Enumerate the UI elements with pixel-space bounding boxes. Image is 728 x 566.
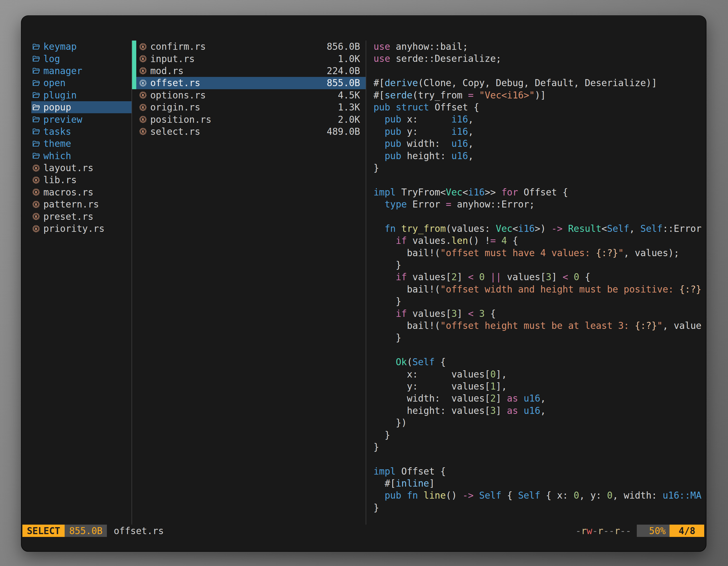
- sidebar-item-lib-rs[interactable]: Rlib.rs: [31, 174, 131, 186]
- code-line: height: values[3] as u16,: [374, 405, 706, 417]
- folder-icon: [32, 79, 40, 87]
- svg-text:R: R: [35, 215, 37, 219]
- svg-text:R: R: [35, 190, 37, 194]
- file-row-offset-rs[interactable]: Roffset.rs855.0B: [132, 77, 366, 89]
- rust-file-icon: R: [139, 43, 147, 51]
- panes-container: keymaplogmanageropenpluginpopuppreviewta…: [22, 16, 706, 525]
- code-line: [374, 210, 706, 222]
- sidebar-item-popup[interactable]: popup: [31, 101, 131, 113]
- folder-icon: [32, 127, 40, 136]
- sidebar-item-plugin[interactable]: plugin: [31, 89, 131, 101]
- folder-icon: [32, 55, 40, 63]
- sidebar-item-manager[interactable]: manager: [31, 65, 131, 77]
- file-size: 855.0B: [327, 78, 360, 88]
- sidebar-item-label: priority.rs: [43, 223, 105, 234]
- code-line: }: [374, 295, 706, 307]
- rust-file-icon: R: [32, 176, 40, 184]
- rust-file-icon: R: [139, 67, 147, 75]
- svg-text:R: R: [35, 166, 37, 170]
- sidebar-item-macros-rs[interactable]: Rmacros.rs: [31, 186, 131, 198]
- sidebar-item-log[interactable]: log: [31, 53, 131, 65]
- sidebar-item-theme[interactable]: theme: [31, 138, 131, 150]
- code-line: use anyhow::bail;: [374, 41, 706, 53]
- folder-icon: [32, 140, 40, 148]
- file-name: select.rs: [150, 126, 324, 137]
- parent-directory-pane: keymaplogmanageropenpluginpopuppreviewta…: [31, 41, 131, 525]
- rust-file-icon: R: [139, 103, 147, 112]
- cursor-position-badge: 4/8: [670, 525, 704, 537]
- sidebar-item-keymap[interactable]: keymap: [31, 41, 131, 53]
- selection-marker: [132, 41, 136, 53]
- sidebar-item-label: log: [43, 53, 60, 64]
- file-name: confirm.rs: [150, 41, 324, 52]
- code-line: Ok(Self {: [374, 356, 706, 368]
- sidebar-item-label: plugin: [43, 90, 77, 101]
- rust-file-icon: R: [32, 200, 40, 209]
- code-line: pub struct Offset {: [374, 101, 706, 113]
- sidebar-item-priority-rs[interactable]: Rpriority.rs: [31, 223, 131, 235]
- sidebar-item-label: macros.rs: [43, 187, 93, 198]
- sidebar-item-label: lib.rs: [43, 175, 77, 186]
- file-row-origin-rs[interactable]: Rorigin.rs1.3K: [132, 101, 366, 113]
- sidebar-item-open[interactable]: open: [31, 77, 131, 89]
- file-row-position-rs[interactable]: Rposition.rs2.0K: [132, 113, 366, 125]
- sidebar-item-pattern-rs[interactable]: Rpattern.rs: [31, 198, 131, 210]
- rust-file-icon: R: [32, 225, 40, 233]
- code-line: if values[3] < 3 {: [374, 307, 706, 319]
- code-line: [374, 344, 706, 356]
- file-row-confirm-rs[interactable]: Rconfirm.rs856.0B: [132, 41, 366, 53]
- permissions-text: -rw-r--r--: [576, 525, 631, 537]
- rust-file-icon: R: [139, 115, 147, 124]
- file-size: 856.0B: [327, 41, 360, 52]
- file-row-options-rs[interactable]: Roptions.rs4.5K: [132, 89, 366, 101]
- rust-file-icon: R: [139, 127, 147, 136]
- file-row-input-rs[interactable]: Rinput.rs1.0K: [132, 53, 366, 65]
- svg-text:R: R: [142, 105, 144, 110]
- file-name: offset.rs: [150, 78, 324, 88]
- svg-text:R: R: [35, 203, 37, 207]
- code-line: bail!("offset height must be at least 3:…: [374, 319, 706, 332]
- file-size: 489.0B: [327, 126, 360, 137]
- code-line: pub width: u16,: [374, 138, 706, 150]
- selection-marker: [132, 126, 136, 138]
- selection-marker: [132, 53, 136, 65]
- sidebar-item-tasks[interactable]: tasks: [31, 126, 131, 138]
- sidebar-item-label: keymap: [43, 41, 77, 52]
- code-line: }: [374, 502, 706, 514]
- folder-icon: [32, 67, 40, 75]
- code-line: y: values[1],: [374, 380, 706, 392]
- file-size: 4.5K: [338, 90, 360, 101]
- code-line: if values.len() != 4 {: [374, 235, 706, 247]
- rust-file-icon: R: [32, 188, 40, 196]
- code-line: [374, 174, 706, 186]
- code-line: bail!("offset must have 4 values: {:?}",…: [374, 247, 706, 259]
- sidebar-item-label: preview: [43, 114, 82, 125]
- file-name: position.rs: [150, 114, 335, 125]
- svg-text:R: R: [35, 178, 37, 182]
- code-line: pub y: i16,: [374, 126, 706, 138]
- sidebar-item-preset-rs[interactable]: Rpreset.rs: [31, 210, 131, 222]
- svg-text:R: R: [142, 69, 144, 73]
- file-row-select-rs[interactable]: Rselect.rs489.0B: [132, 126, 366, 138]
- code-line: pub height: u16,: [374, 150, 706, 162]
- rust-file-icon: R: [139, 91, 147, 99]
- code-line: [374, 65, 706, 77]
- sidebar-item-label: pattern.rs: [43, 199, 99, 210]
- code-line: }: [374, 162, 706, 174]
- file-row-mod-rs[interactable]: Rmod.rs224.0B: [132, 65, 366, 77]
- code-line: fn try_from(values: Vec<i16>) -> Result<…: [374, 223, 706, 235]
- code-line: pub x: i16,: [374, 113, 706, 125]
- sidebar-item-which[interactable]: which: [31, 150, 131, 162]
- svg-text:R: R: [142, 45, 144, 49]
- sidebar-item-layout-rs[interactable]: Rlayout.rs: [31, 162, 131, 174]
- sidebar-item-preview[interactable]: preview: [31, 113, 131, 125]
- code-line: pub fn line() -> Self { Self { x: 0, y: …: [374, 489, 706, 501]
- rust-file-icon: R: [139, 55, 147, 63]
- current-directory-pane: Rconfirm.rs856.0BRinput.rs1.0KRmod.rs224…: [132, 41, 366, 525]
- code-line: bail!("offset width and height must be p…: [374, 283, 706, 295]
- folder-icon: [32, 115, 40, 124]
- code-line: }: [374, 332, 706, 344]
- code-line: #[derive(Clone, Copy, Debug, Default, De…: [374, 77, 706, 89]
- svg-text:R: R: [142, 81, 144, 85]
- svg-text:R: R: [142, 57, 144, 61]
